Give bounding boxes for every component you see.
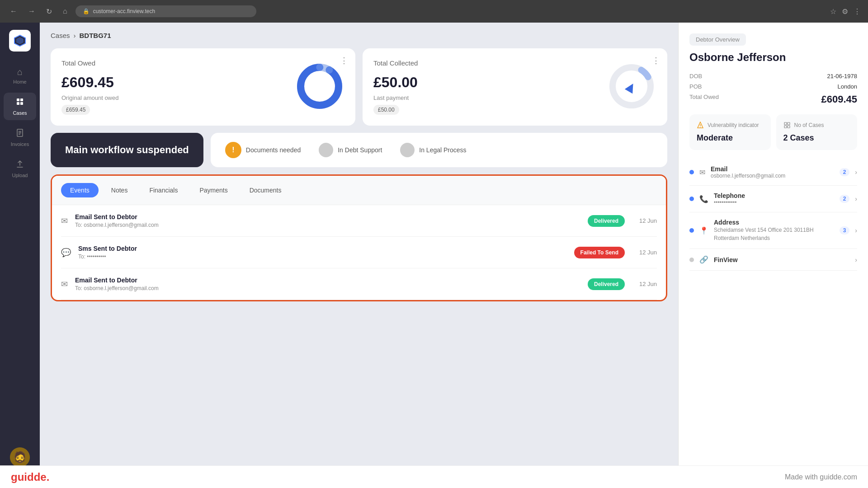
event-row: 💬 Sms Sent to Debtor To: •••••••••• Fail… [61, 237, 657, 268]
tab-notes[interactable]: Notes [102, 183, 137, 197]
breadcrumb-separator: › [74, 32, 76, 39]
event-subtitle: To: •••••••••• [78, 253, 567, 260]
tab-documents[interactable]: Documents [241, 183, 291, 197]
event-title: Sms Sent to Debtor [78, 245, 567, 252]
sidebar-item-home[interactable]: ⌂ Home [4, 62, 36, 89]
svg-marker-14 [625, 81, 637, 93]
event-info: Sms Sent to Debtor To: •••••••••• [78, 245, 567, 260]
nav-home-button[interactable]: ⌂ [60, 5, 70, 17]
sidebar: ⌂ Home Cases [0, 23, 40, 488]
cases-label: No of Cases [794, 122, 824, 128]
cards-row: Total Owed ⋮ £609.45 Original amount owe… [51, 48, 667, 126]
workflow-indicators: ! Documents needed In Debt Support In Le… [211, 133, 667, 167]
tab-financials[interactable]: Financials [140, 183, 187, 197]
cases-header: No of Cases [783, 122, 850, 129]
finview-chevron-icon: › [855, 256, 857, 263]
events-tabs: Events Notes Financials Payments Documen… [52, 176, 666, 205]
nav-back-button[interactable]: ← [7, 5, 20, 17]
nav-refresh-button[interactable]: ↻ [43, 5, 55, 18]
sidebar-item-cases[interactable]: Cases [4, 93, 36, 120]
contact-address[interactable]: 📍 Address Scheidamse Vest 154 Office 201… [689, 212, 857, 249]
telephone-contact-count: 2 [840, 195, 850, 203]
debt-support-icon [319, 143, 333, 157]
event-date: 12 Jun [632, 281, 657, 287]
cases-card: No of Cases 2 Cases [776, 114, 858, 150]
dob-value: 21-06-1978 [774, 73, 858, 80]
breadcrumb-parent[interactable]: Cases [51, 32, 70, 39]
tab-payments[interactable]: Payments [190, 183, 236, 197]
guidde-footer: guidde. Made with guidde.com [0, 465, 868, 488]
svg-rect-17 [784, 122, 787, 125]
vulnerability-label: Vulnerability indicator [708, 122, 759, 128]
svg-rect-18 [788, 122, 790, 125]
email-icon: ✉ [61, 279, 68, 289]
event-row: ✉ Email Sent to Debtor To: osborne.l.jef… [61, 205, 657, 237]
pob-value: London [774, 83, 858, 90]
svg-rect-1 [20, 99, 23, 101]
event-badge-delivered: Delivered [588, 278, 625, 290]
sidebar-item-cases-label: Cases [13, 110, 27, 116]
email-contact-count: 2 [840, 168, 850, 176]
avatar[interactable]: 🧔 [10, 447, 30, 467]
finview-contact-icon: 🔗 [699, 255, 708, 264]
sms-icon: 💬 [61, 248, 71, 258]
nav-forward-button[interactable]: → [25, 5, 38, 17]
sidebar-item-home-label: Home [13, 79, 26, 84]
breadcrumb: Cases › BDTBG71 [51, 32, 667, 39]
indicator-documents-label: Documents needed [246, 146, 301, 154]
total-owed-card: Total Owed ⋮ £609.45 Original amount owe… [51, 48, 355, 126]
total-owed-label: Total Owed [689, 94, 774, 105]
dob-label: DOB [689, 73, 774, 80]
address-contact-title: Address [714, 219, 834, 226]
svg-point-10 [301, 67, 339, 105]
telephone-contact-icon: 📞 [699, 195, 708, 203]
telephone-contact-info: Telephone •••••••••••• [714, 192, 834, 206]
vulnerability-row: Vulnerability indicator Moderate No of C… [689, 114, 857, 150]
tab-events[interactable]: Events [61, 183, 99, 197]
legal-process-icon [400, 143, 415, 157]
right-panel: Debtor Overview Osborne Jefferson DOB 21… [678, 23, 868, 488]
finview-status-dot [689, 258, 694, 262]
svg-rect-3 [20, 102, 23, 105]
event-title: Email Sent to Debtor [75, 213, 580, 221]
invoices-icon [15, 128, 24, 140]
address-contact-count: 3 [840, 226, 850, 235]
event-row: ✉ Email Sent to Debtor To: osborne.l.jef… [61, 268, 657, 300]
sidebar-item-upload[interactable]: Upload [4, 155, 36, 183]
finview-contact-info: FinView [714, 256, 849, 263]
address-contact-detail: Scheidamse Vest 154 Office 201 3011BH Ro… [714, 226, 834, 242]
documents-warning-icon: ! [225, 142, 241, 158]
total-owed-value: £609.45 [774, 94, 858, 105]
email-status-dot [689, 170, 694, 174]
address-chevron-icon: › [855, 227, 857, 234]
event-date: 12 Jun [632, 217, 657, 224]
total-owed-original-value: £659.45 [61, 105, 90, 115]
contact-email[interactable]: ✉ Email osborne.l.jefferson@gmail.com 2 … [689, 159, 857, 186]
debtor-overview-label: Debtor Overview [689, 33, 746, 46]
sidebar-item-upload-label: Upload [12, 173, 28, 178]
address-status-dot [689, 228, 694, 233]
indicator-debt-support: In Debt Support [319, 143, 382, 157]
home-icon: ⌂ [17, 67, 23, 77]
sidebar-item-invoices[interactable]: Invoices [4, 124, 36, 151]
email-icon: ✉ [61, 216, 68, 226]
sidebar-item-invoices-label: Invoices [11, 141, 29, 147]
cases-icon [15, 97, 24, 108]
app-logo[interactable] [9, 30, 31, 52]
guidde-logo: guidde. [11, 471, 49, 483]
workflow-banner: Main workflow suspended [51, 133, 203, 167]
address-contact-icon: 📍 [699, 226, 708, 235]
guidde-tagline: Made with guidde.com [785, 473, 857, 481]
contact-finview[interactable]: 🔗 FinView › [689, 249, 857, 271]
email-contact-title: Email [711, 165, 834, 173]
vulnerability-card: Vulnerability indicator Moderate [689, 114, 771, 150]
contact-telephone[interactable]: 📞 Telephone •••••••••••• 2 › [689, 186, 857, 212]
svg-point-16 [700, 127, 701, 127]
indicator-debt-support-label: In Debt Support [338, 146, 382, 154]
url-bar[interactable]: 🔒 customer-acc.finview.tech [75, 5, 256, 17]
indicator-legal-process-label: In Legal Process [419, 146, 466, 154]
event-info: Email Sent to Debtor To: osborne.l.jeffe… [75, 213, 580, 228]
main-content: Cases › BDTBG71 Total Owed ⋮ £609.45 Ori… [40, 23, 678, 488]
browser-chrome: ← → ↻ ⌂ 🔒 customer-acc.finview.tech ☆ ⚙ … [0, 0, 868, 23]
event-subtitle: To: osborne.l.jefferson@gmail.com [75, 285, 580, 291]
